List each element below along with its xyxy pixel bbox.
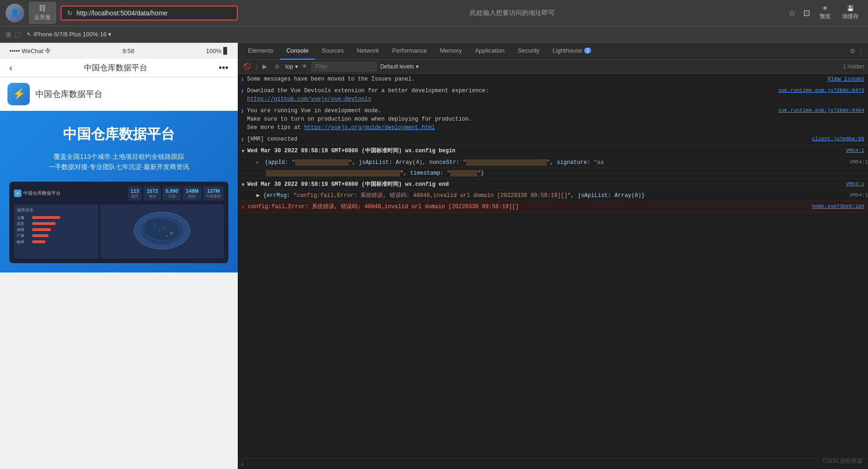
device-icons: ⊞ ⬚ <box>6 31 21 38</box>
tab-performance[interactable]: Performance <box>386 43 433 60</box>
context-selector[interactable]: top ▾ <box>285 63 298 70</box>
stat-value-5: 137M <box>206 188 221 194</box>
time-display: 9:58 <box>123 48 134 54</box>
bar-label-4: 广州 <box>17 233 31 238</box>
tab-application-label: Application <box>475 47 505 54</box>
error-source[interactable]: home.vue?3be5:180 <box>812 203 864 211</box>
phone-frame: ••••• WeChat 令 9:58 100% ▊ ‹ 中国仓库数据平台 ••… <box>0 43 238 469</box>
banner-subtitle-line2: 一手数据对接·专业团队七年沉淀·最新开发商资讯 <box>9 162 228 172</box>
hmr-text: [HMR] connected <box>247 135 808 143</box>
error-text: config:fail,Error: 系统错误, 错误码: 40048,inva… <box>248 203 808 211</box>
bar-row-3: 深圳 <box>17 227 96 232</box>
vue-devtools-link[interactable]: https://github.com/vuejs/vue-devtools <box>247 96 371 102</box>
expand-detail-1[interactable]: ▶ <box>256 160 260 165</box>
more-options-icon[interactable]: ⋮ <box>858 48 864 54</box>
wx-begin-text: Wed Mar 30 2022 09:58:19 GMT+0800 (中国标准时… <box>248 147 843 155</box>
tab-network-label: Network <box>357 47 379 54</box>
app-name: 中国仓库数据平台 <box>35 88 103 100</box>
bookmark-icon[interactable]: ☆ <box>786 6 798 20</box>
clear-icon: 💾 <box>847 5 854 12</box>
toolbar-separator <box>256 63 257 70</box>
wx-begin-detail1: ▶ VM54:1 {appId: "████████████████", jsA… <box>238 157 868 168</box>
back-button[interactable]: ‹ <box>9 62 13 73</box>
clear-cache-button[interactable]: 💾 清缓存 <box>838 3 862 22</box>
status-right: 100% ▊ <box>206 47 228 54</box>
wx-end-source[interactable]: VM54:1 <box>846 180 864 188</box>
info-icon-2: ℹ <box>241 88 243 95</box>
play-button[interactable]: ▶ <box>261 62 269 71</box>
tab-elements[interactable]: Elements <box>241 43 280 60</box>
tab-security[interactable]: Security <box>511 43 546 60</box>
devtools-tab-icons: ⚙ ⋮ <box>850 48 864 54</box>
info-icon-3: ℹ <box>241 108 243 115</box>
more-button[interactable]: ••• <box>219 62 228 73</box>
bar-row-5: 杭州 <box>17 239 96 245</box>
app-banner: 中国仓库数据平台 覆盖全国113个城市·土地项目租约全链路跟踪 一手数据对接·专… <box>0 111 238 272</box>
url-bar[interactable]: ↻ http://localhost:5004/data/home <box>61 6 238 20</box>
address-placeholder[interactable]: 此处输入想要访问的地址即可 <box>242 9 782 17</box>
battery-percent: 100% <box>206 48 221 54</box>
tab-application[interactable]: Application <box>468 43 511 60</box>
avatar[interactable]: 👤 <box>6 4 24 22</box>
tab-elements-label: Elements <box>248 47 273 54</box>
main-area: ••••• WeChat 令 9:58 100% ▊ ‹ 中国仓库数据平台 ••… <box>0 43 868 469</box>
tab-network[interactable]: Network <box>351 43 386 60</box>
bar-4 <box>32 234 48 237</box>
stat-label-3: 可租 <box>165 194 179 199</box>
wx-config-obj2: ████████████████████████████████████████… <box>266 170 484 177</box>
bar-label-2: 北京 <box>17 221 31 226</box>
tab-memory[interactable]: Memory <box>434 43 468 60</box>
clear-console-button[interactable]: 🚫 <box>241 62 253 71</box>
dash-stat-3: 5,990 可租 <box>163 186 181 201</box>
bar-row-4: 广州 <box>17 233 96 238</box>
console-msg-issues: ℹ Some messages have been moved to the I… <box>238 74 868 85</box>
dash-list-title: 城市排名 <box>17 207 96 213</box>
tab-lighthouse[interactable]: Lighthouse 1 <box>546 43 598 60</box>
info-icon: ℹ <box>241 76 243 83</box>
tab-memory-label: Memory <box>440 47 462 54</box>
banner-title: 中国仓库数据平台 <box>9 125 228 144</box>
device-selector[interactable]: ↖ iPhone 6/7/8 Plus 100% 16 ▾ <box>27 31 111 38</box>
vue-devtools-source[interactable]: vue.runtime.esm.js?2b0e:8473 <box>778 87 864 95</box>
vue-mode-source[interactable]: vue.runtime.esm.js?2b0e:8484 <box>778 107 864 115</box>
dash-map <box>100 204 224 258</box>
tab-lighthouse-label: Lighthouse <box>552 47 582 54</box>
context-dropdown-icon: ▾ <box>295 63 298 70</box>
console-msg-vue-mode: ℹ You are running Vue in development mod… <box>238 105 868 134</box>
wx-begin-source[interactable]: VM54:1 <box>846 147 864 155</box>
info-icon-4: ℹ <box>241 136 243 143</box>
preview-button[interactable]: 👁 预览 <box>816 3 834 22</box>
level-selector[interactable]: Default levels ▾ <box>380 63 419 70</box>
filter-input[interactable] <box>311 62 377 71</box>
stop-button[interactable]: ⊘ <box>273 62 282 71</box>
reload-icon[interactable]: ↻ <box>67 9 73 17</box>
vue-mode-text2: Make sure to turn on production mode whe… <box>247 115 774 123</box>
wx-end-text: Wed Mar 30 2022 09:58:19 GMT+0800 (中国标准时… <box>248 180 843 189</box>
rotate-icon[interactable]: ⊞ <box>6 31 11 38</box>
china-map-svg <box>103 207 221 254</box>
tab-sources[interactable]: Sources <box>315 43 351 60</box>
eye-button[interactable]: 👁 <box>302 63 308 70</box>
vue-deployment-link[interactable]: https://vuejs.org/guide/deployment.html <box>304 124 435 131</box>
console-output[interactable]: ℹ Some messages have been moved to the I… <box>238 74 868 458</box>
hmr-source[interactable]: client.js?e0ba:95 <box>812 135 864 143</box>
settings-icon[interactable]: ⚙ <box>850 48 855 54</box>
preview-icon: 👁 <box>822 5 828 12</box>
phone-status-bar: ••••• WeChat 令 9:58 100% ▊ <box>0 43 238 59</box>
tab-icon[interactable]: ⊡ <box>801 6 812 20</box>
console-msg-vue-devtools: ℹ Download the Vue Devtools extension fo… <box>238 85 868 105</box>
wx-end-detail1: VM54:1 ▶ {errMsg: "config:fail,Error: 系统… <box>238 190 868 201</box>
battery-icon: ▊ <box>223 47 228 54</box>
expand-arrow-1[interactable]: ▼ <box>241 148 245 156</box>
dash-stat-2: 1572 项目 <box>144 186 160 201</box>
capture-icon[interactable]: ⬚ <box>15 31 21 38</box>
tab-console[interactable]: Console <box>280 43 315 60</box>
stat-value-2: 1572 <box>146 188 158 194</box>
cloud-dev-button[interactable]: ⛓ 云开发 <box>29 2 56 24</box>
console-msg-wx-end: ▼ Wed Mar 30 2022 09:58:19 GMT+0800 (中国标… <box>238 179 868 191</box>
app-header: ⚡ 中国仓库数据平台 <box>0 77 238 111</box>
view-issues-link[interactable]: View issues <box>827 75 864 83</box>
console-input[interactable] <box>246 461 864 467</box>
expand-arrow-2[interactable]: ▼ <box>241 181 245 189</box>
dash-logo: ⚡ 中国仓库数据平台 <box>14 190 61 197</box>
